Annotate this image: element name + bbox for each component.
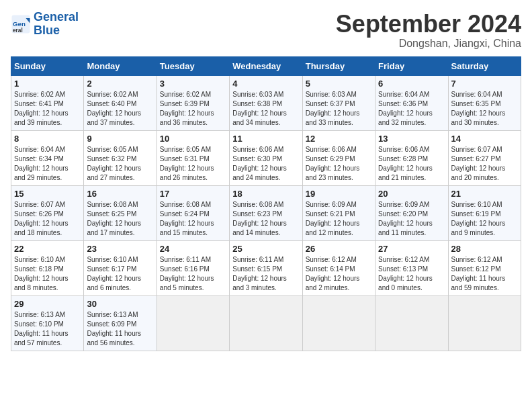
day-info: Sunrise: 6:13 AM Sunset: 6:10 PM Dayligh… <box>14 310 81 348</box>
calendar-cell: 24 Sunrise: 6:11 AM Sunset: 6:16 PM Dayl… <box>157 240 229 295</box>
col-header-friday: Friday <box>375 56 448 75</box>
col-header-wednesday: Wednesday <box>230 56 302 75</box>
day-number: 14 <box>451 134 518 144</box>
day-number: 27 <box>378 244 445 254</box>
calendar-cell: 12 Sunrise: 6:06 AM Sunset: 6:29 PM Dayl… <box>302 130 375 185</box>
calendar-cell <box>230 295 302 351</box>
week-row-5: 29 Sunrise: 6:13 AM Sunset: 6:10 PM Dayl… <box>11 295 521 351</box>
day-number: 22 <box>14 244 81 254</box>
day-info: Sunrise: 6:09 AM Sunset: 6:20 PM Dayligh… <box>378 200 445 238</box>
day-info: Sunrise: 6:05 AM Sunset: 6:32 PM Dayligh… <box>87 145 153 183</box>
day-info: Sunrise: 6:12 AM Sunset: 6:13 PM Dayligh… <box>378 255 445 293</box>
calendar-cell: 9 Sunrise: 6:05 AM Sunset: 6:32 PM Dayli… <box>84 130 157 185</box>
day-info: Sunrise: 6:10 AM Sunset: 6:18 PM Dayligh… <box>14 255 81 293</box>
calendar-cell: 1 Sunrise: 6:02 AM Sunset: 6:41 PM Dayli… <box>11 75 84 130</box>
logo-icon: Gen eral <box>11 14 31 34</box>
calendar-cell: 28 Sunrise: 6:12 AM Sunset: 6:12 PM Dayl… <box>448 240 521 295</box>
calendar-cell <box>157 295 229 351</box>
logo-line1: General <box>34 10 79 24</box>
day-number: 23 <box>87 244 153 254</box>
day-number: 30 <box>87 299 153 309</box>
day-info: Sunrise: 6:07 AM Sunset: 6:26 PM Dayligh… <box>14 200 81 238</box>
calendar-cell: 25 Sunrise: 6:11 AM Sunset: 6:15 PM Dayl… <box>230 240 302 295</box>
day-number: 21 <box>451 189 518 199</box>
calendar-cell: 19 Sunrise: 6:09 AM Sunset: 6:21 PM Dayl… <box>302 185 375 240</box>
calendar-cell: 11 Sunrise: 6:06 AM Sunset: 6:30 PM Dayl… <box>230 130 302 185</box>
svg-text:Gen: Gen <box>13 20 26 28</box>
day-info: Sunrise: 6:02 AM Sunset: 6:41 PM Dayligh… <box>14 90 81 128</box>
day-number: 8 <box>14 134 81 144</box>
calendar-cell: 16 Sunrise: 6:08 AM Sunset: 6:25 PM Dayl… <box>84 185 157 240</box>
day-number: 5 <box>306 79 372 89</box>
calendar-cell: 23 Sunrise: 6:10 AM Sunset: 6:17 PM Dayl… <box>84 240 157 295</box>
day-number: 18 <box>232 189 299 199</box>
day-info: Sunrise: 6:03 AM Sunset: 6:38 PM Dayligh… <box>232 90 299 128</box>
week-row-2: 8 Sunrise: 6:04 AM Sunset: 6:34 PM Dayli… <box>11 130 521 185</box>
calendar-cell: 27 Sunrise: 6:12 AM Sunset: 6:13 PM Dayl… <box>375 240 448 295</box>
calendar-cell: 30 Sunrise: 6:13 AM Sunset: 6:09 PM Dayl… <box>84 295 157 351</box>
week-row-4: 22 Sunrise: 6:10 AM Sunset: 6:18 PM Dayl… <box>11 240 521 295</box>
day-info: Sunrise: 6:05 AM Sunset: 6:31 PM Dayligh… <box>160 145 226 183</box>
calendar-cell: 6 Sunrise: 6:04 AM Sunset: 6:36 PM Dayli… <box>375 75 448 130</box>
calendar-cell: 26 Sunrise: 6:12 AM Sunset: 6:14 PM Dayl… <box>302 240 375 295</box>
col-header-tuesday: Tuesday <box>157 56 229 75</box>
day-number: 28 <box>451 244 518 254</box>
day-info: Sunrise: 6:12 AM Sunset: 6:14 PM Dayligh… <box>306 255 372 293</box>
day-info: Sunrise: 6:06 AM Sunset: 6:30 PM Dayligh… <box>232 145 299 183</box>
col-header-thursday: Thursday <box>302 56 375 75</box>
day-info: Sunrise: 6:04 AM Sunset: 6:35 PM Dayligh… <box>451 90 518 128</box>
calendar-cell: 10 Sunrise: 6:05 AM Sunset: 6:31 PM Dayl… <box>157 130 229 185</box>
day-info: Sunrise: 6:08 AM Sunset: 6:23 PM Dayligh… <box>232 200 299 238</box>
logo: Gen eral General Blue <box>11 11 79 38</box>
title-block: September 2024 Dongshan, Jiangxi, China <box>336 11 521 50</box>
day-number: 1 <box>14 79 81 89</box>
day-number: 19 <box>306 189 372 199</box>
calendar-cell: 2 Sunrise: 6:02 AM Sunset: 6:40 PM Dayli… <box>84 75 157 130</box>
calendar-cell: 8 Sunrise: 6:04 AM Sunset: 6:34 PM Dayli… <box>11 130 84 185</box>
day-number: 24 <box>160 244 226 254</box>
day-number: 26 <box>306 244 372 254</box>
day-info: Sunrise: 6:08 AM Sunset: 6:25 PM Dayligh… <box>87 200 153 238</box>
day-number: 17 <box>160 189 226 199</box>
day-info: Sunrise: 6:02 AM Sunset: 6:39 PM Dayligh… <box>160 90 226 128</box>
day-number: 15 <box>14 189 81 199</box>
day-number: 11 <box>232 134 299 144</box>
calendar-cell <box>302 295 375 351</box>
day-number: 3 <box>160 79 226 89</box>
day-number: 9 <box>87 134 153 144</box>
day-info: Sunrise: 6:04 AM Sunset: 6:36 PM Dayligh… <box>378 90 445 128</box>
col-header-monday: Monday <box>84 56 157 75</box>
calendar-cell: 21 Sunrise: 6:10 AM Sunset: 6:19 PM Dayl… <box>448 185 521 240</box>
page-header: Gen eral General Blue September 2024 Don… <box>11 11 521 50</box>
week-row-1: 1 Sunrise: 6:02 AM Sunset: 6:41 PM Dayli… <box>11 75 521 130</box>
day-info: Sunrise: 6:06 AM Sunset: 6:29 PM Dayligh… <box>306 145 372 183</box>
day-number: 4 <box>232 79 299 89</box>
header-row: SundayMondayTuesdayWednesdayThursdayFrid… <box>11 56 521 75</box>
calendar-cell: 20 Sunrise: 6:09 AM Sunset: 6:20 PM Dayl… <box>375 185 448 240</box>
day-info: Sunrise: 6:02 AM Sunset: 6:40 PM Dayligh… <box>87 90 153 128</box>
day-number: 20 <box>378 189 445 199</box>
day-number: 6 <box>378 79 445 89</box>
calendar-cell: 5 Sunrise: 6:03 AM Sunset: 6:37 PM Dayli… <box>302 75 375 130</box>
calendar-cell: 4 Sunrise: 6:03 AM Sunset: 6:38 PM Dayli… <box>230 75 302 130</box>
day-number: 16 <box>87 189 153 199</box>
calendar-cell: 13 Sunrise: 6:06 AM Sunset: 6:28 PM Dayl… <box>375 130 448 185</box>
calendar-cell: 29 Sunrise: 6:13 AM Sunset: 6:10 PM Dayl… <box>11 295 84 351</box>
day-number: 7 <box>451 79 518 89</box>
svg-text:eral: eral <box>13 28 23 34</box>
calendar-table: SundayMondayTuesdayWednesdayThursdayFrid… <box>11 56 521 351</box>
calendar-cell <box>448 295 521 351</box>
day-number: 25 <box>232 244 299 254</box>
calendar-cell: 17 Sunrise: 6:08 AM Sunset: 6:24 PM Dayl… <box>157 185 229 240</box>
col-header-saturday: Saturday <box>448 56 521 75</box>
day-info: Sunrise: 6:09 AM Sunset: 6:21 PM Dayligh… <box>306 200 372 238</box>
day-info: Sunrise: 6:03 AM Sunset: 6:37 PM Dayligh… <box>306 90 372 128</box>
day-number: 13 <box>378 134 445 144</box>
day-number: 2 <box>87 79 153 89</box>
calendar-subtitle: Dongshan, Jiangxi, China <box>336 38 521 50</box>
day-info: Sunrise: 6:06 AM Sunset: 6:28 PM Dayligh… <box>378 145 445 183</box>
calendar-cell: 7 Sunrise: 6:04 AM Sunset: 6:35 PM Dayli… <box>448 75 521 130</box>
calendar-cell: 22 Sunrise: 6:10 AM Sunset: 6:18 PM Dayl… <box>11 240 84 295</box>
day-info: Sunrise: 6:13 AM Sunset: 6:09 PM Dayligh… <box>87 310 153 348</box>
day-info: Sunrise: 6:12 AM Sunset: 6:12 PM Dayligh… <box>451 255 518 293</box>
